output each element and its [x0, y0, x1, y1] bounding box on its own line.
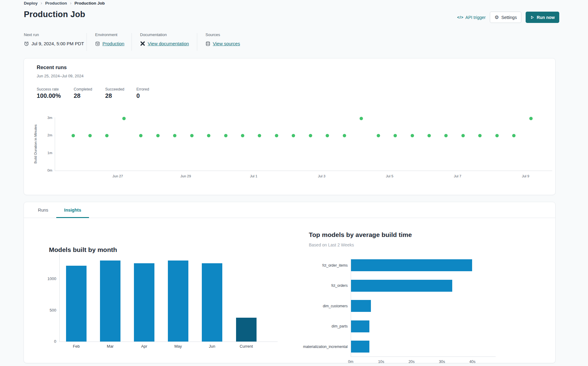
model-label: materialization_incremental — [287, 345, 348, 349]
page-title: Production Job — [24, 10, 85, 19]
y-tick-label: 0m — [40, 168, 52, 172]
model-bar[interactable] — [351, 280, 452, 292]
run-duration-dot[interactable] — [241, 134, 244, 137]
run-duration-dot[interactable] — [529, 117, 533, 120]
run-duration-dot[interactable] — [173, 134, 176, 137]
api-trigger-link[interactable]: </> API trigger — [457, 15, 486, 20]
divider — [197, 33, 197, 51]
breadcrumb-item-current: Production Job — [75, 1, 105, 6]
x-tick-label: Jul 1 — [250, 174, 257, 178]
x-tick-label: 10s — [378, 360, 384, 364]
meta-environment: Environment Production — [95, 32, 124, 46]
dbt-logo-icon — [140, 41, 145, 46]
run-duration-dot[interactable] — [394, 134, 397, 137]
x-tick-label: 0m — [348, 360, 353, 364]
settings-label: Settings — [501, 15, 517, 20]
x-axis-line — [351, 357, 496, 357]
run-duration-dot[interactable] — [72, 134, 75, 137]
recent-runs-card: Recent runs Jun 25, 2024–Jul 09, 2024 Su… — [24, 58, 556, 195]
play-icon — [530, 15, 534, 20]
gear-icon: ⚙ — [494, 15, 499, 20]
run-duration-dot[interactable] — [343, 134, 346, 137]
clock-icon — [24, 41, 29, 46]
api-trigger-label: API trigger — [465, 15, 486, 20]
run-duration-dot[interactable] — [444, 134, 448, 137]
build-time-hbar-chart: 0m10s20s30s40sfct_order_itemsfct_ordersd… — [24, 202, 555, 363]
run-duration-dot[interactable] — [275, 134, 278, 137]
model-bar[interactable] — [351, 320, 369, 332]
x-tick-label: Jul 9 — [522, 174, 529, 178]
x-tick-label: 30s — [439, 360, 445, 364]
x-tick-label: Jun 29 — [180, 174, 191, 178]
meta-sources: Sources View sources — [205, 32, 240, 46]
insights-panel: Runs Insights Models built by month Top … — [24, 202, 556, 363]
meta-label: Environment — [95, 32, 124, 37]
settings-button[interactable]: ⚙ Settings — [490, 12, 521, 23]
model-label: dim_customers — [287, 304, 348, 308]
model-bar[interactable] — [351, 300, 371, 312]
run-duration-dot[interactable] — [224, 134, 227, 137]
y-axis-title: Build Duration in Minutes — [34, 124, 37, 164]
database-icon — [205, 41, 210, 46]
x-tick-label: 20s — [409, 360, 415, 364]
run-duration-dot[interactable] — [427, 134, 431, 137]
run-duration-dot[interactable] — [105, 134, 109, 137]
chevron-right-icon: › — [70, 1, 72, 6]
run-duration-dot[interactable] — [411, 134, 414, 137]
meta-label: Sources — [205, 32, 240, 37]
divider — [131, 33, 132, 51]
run-now-label: Run now — [537, 15, 555, 20]
run-duration-dot[interactable] — [478, 134, 482, 137]
code-icon: </> — [457, 15, 464, 20]
meta-documentation: Documentation View documentation — [140, 32, 189, 46]
run-duration-dot[interactable] — [292, 134, 295, 137]
run-now-button[interactable]: Run now — [526, 12, 559, 23]
x-axis-line — [55, 171, 552, 171]
job-meta-row: Next run Jul 9, 2024, 5:00 PM PDT Enviro… — [24, 32, 564, 51]
model-bar[interactable] — [351, 259, 472, 271]
run-duration-dot[interactable] — [258, 134, 261, 137]
x-tick-label: 40s — [469, 360, 475, 364]
view-documentation-link[interactable]: View documentation — [148, 41, 189, 46]
environment-link[interactable]: Production — [102, 41, 124, 46]
run-duration-dot[interactable] — [360, 117, 363, 120]
meta-next-run: Next run Jul 9, 2024, 5:00 PM PDT — [24, 32, 84, 46]
next-run-value: Jul 9, 2024, 5:00 PM PDT — [31, 41, 84, 46]
meta-label: Next run — [24, 32, 84, 37]
run-duration-dot[interactable] — [326, 134, 329, 137]
run-duration-dot[interactable] — [495, 134, 499, 137]
y-tick-label: 1m — [40, 151, 52, 155]
x-tick-label: Jun 27 — [113, 174, 123, 178]
breadcrumb-item-production[interactable]: Production — [45, 1, 67, 6]
x-tick-label: Jul 5 — [386, 174, 393, 178]
x-tick-label: Jul 3 — [318, 174, 325, 178]
run-duration-dot[interactable] — [207, 134, 210, 137]
breadcrumb-item-deploy[interactable]: Deploy — [24, 1, 38, 6]
y-tick-label: 2m — [40, 133, 52, 137]
environment-icon — [95, 41, 100, 46]
model-label: fct_orders — [287, 283, 348, 288]
run-duration-dot[interactable] — [190, 134, 194, 137]
model-label: fct_order_items — [287, 263, 348, 268]
run-duration-dot[interactable] — [512, 134, 516, 137]
divider — [87, 33, 87, 51]
run-duration-dot[interactable] — [88, 134, 92, 137]
chevron-right-icon: › — [41, 1, 42, 6]
view-sources-link[interactable]: View sources — [213, 41, 240, 46]
run-duration-dot[interactable] — [122, 117, 126, 120]
run-duration-dot[interactable] — [377, 134, 380, 137]
build-duration-scatter-chart: Build Duration in Minutes0m1m2m3mJun 27J… — [24, 58, 555, 195]
model-label: dim_parts — [287, 324, 348, 328]
x-tick-label: Jul 7 — [454, 174, 461, 178]
y-axis-line — [55, 117, 55, 171]
run-duration-dot[interactable] — [156, 134, 160, 137]
meta-label: Documentation — [140, 32, 189, 37]
run-duration-dot[interactable] — [461, 134, 465, 137]
y-tick-label: 3m — [40, 116, 52, 120]
model-bar[interactable] — [351, 341, 369, 353]
run-duration-dot[interactable] — [139, 134, 142, 137]
breadcrumb: Deploy › Production › Production Job — [24, 1, 105, 6]
run-duration-dot[interactable] — [309, 134, 312, 137]
header-actions: </> API trigger ⚙ Settings Run now — [457, 12, 559, 23]
